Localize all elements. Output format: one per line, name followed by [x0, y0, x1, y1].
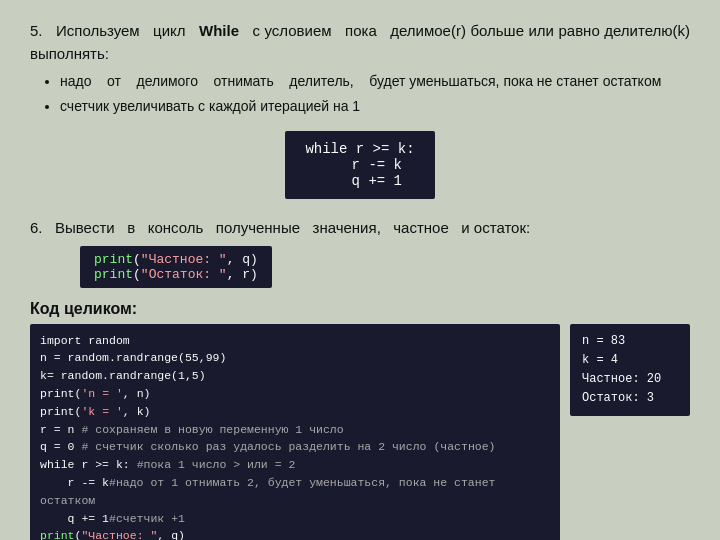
section-5-title: 5. Используем цикл While с условием пока…: [30, 20, 690, 65]
section-5: 5. Используем цикл While с условием пока…: [30, 20, 690, 207]
while-code-center: while r >= k: r -= k q += 1: [30, 123, 690, 207]
full-code-block: import random n = random.randrange(55,99…: [30, 324, 560, 541]
bullet-list: надо от делимого отнимать делитель, буде…: [60, 71, 690, 117]
full-code-container: import random n = random.randrange(55,99…: [30, 324, 690, 541]
print-code-block: print("Частное: ", q) print("Остаток: ",…: [80, 246, 272, 288]
output-line-4: Остаток: 3: [582, 391, 654, 405]
output-line-3: Частное: 20: [582, 372, 661, 386]
output-line-2: k = 4: [582, 353, 618, 367]
bullet-item-2: счетчик увеличивать с каждой итерацией н…: [60, 96, 690, 117]
slide: 5. Используем цикл While с условием пока…: [0, 0, 720, 540]
section-6: 6. Вывести в консоль полученные значения…: [30, 217, 690, 288]
output-box: n = 83 k = 4 Частное: 20 Остаток: 3: [570, 324, 690, 417]
bullet-item-1: надо от делимого отнимать делитель, буде…: [60, 71, 690, 92]
output-line-1: n = 83: [582, 334, 625, 348]
section-6-title: 6. Вывести в консоль полученные значения…: [30, 217, 690, 240]
while-code-block: while r >= k: r -= k q += 1: [285, 131, 434, 199]
bottom-section: Код целиком: import random n = random.ra…: [30, 300, 690, 541]
kod-title: Код целиком:: [30, 300, 690, 318]
